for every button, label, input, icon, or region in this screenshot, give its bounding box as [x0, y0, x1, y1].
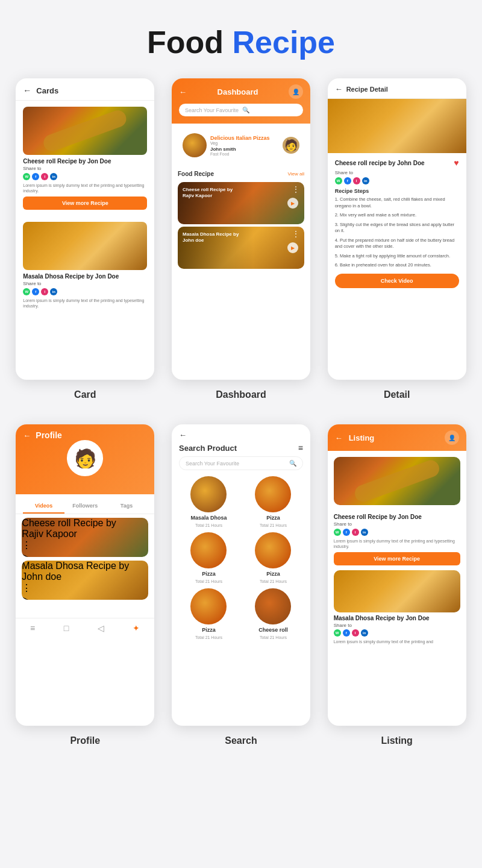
dash-search-bar[interactable]: Search Your Favourite 🔍 — [179, 104, 303, 116]
dash-search-icon: 🔍 — [242, 107, 249, 113]
screens-grid-top: ← Cards Cheese roll Recipe by Jon Doe Sh… — [0, 78, 482, 424]
search-item-cheese[interactable]: Cheese roll Total 21 Hours — [243, 588, 303, 640]
search-phone: ← Search Product ≡ Search Your Favourite… — [172, 424, 310, 726]
search-back-arrow[interactable]: ← — [179, 430, 187, 439]
search-img-cheese — [255, 588, 291, 624]
detail-step-4: 4. Put the prepared mixture on half side… — [335, 237, 459, 250]
detail-whatsapp-icon[interactable]: W — [335, 177, 342, 184]
dash-section-title: Food Recipe — [178, 171, 214, 177]
view-more-btn-1[interactable]: View more Recipe — [23, 197, 147, 210]
linkedin-icon[interactable]: in — [50, 173, 57, 180]
listing-fb-icon-2[interactable]: f — [343, 629, 350, 637]
detail-heart-icon[interactable]: ♥ — [454, 158, 459, 168]
profile-more-dots-2[interactable]: ⋮ — [22, 582, 148, 594]
social-icons-1: W f I in — [23, 173, 147, 180]
profile-more-dots-1[interactable]: ⋮ — [22, 539, 148, 551]
listing-name-2: Masala Dhosa Recipe by Jon Doe — [334, 615, 460, 621]
detail-linkedin-icon[interactable]: in — [362, 177, 369, 184]
title-recipe: Recipe — [232, 25, 335, 60]
search-item-pizza4[interactable]: Pizza Total 21 Hours — [179, 588, 239, 640]
profile-tab-videos[interactable]: Videos — [23, 499, 64, 514]
dash-header: ← Dashboard 👤 Search Your Favourite 🔍 — [172, 78, 310, 124]
listing-wa-icon[interactable]: W — [334, 529, 341, 536]
profile-tab-followers[interactable]: Followers — [64, 499, 106, 514]
instagram-icon[interactable]: I — [41, 173, 48, 180]
detail-facebook-icon[interactable]: f — [344, 177, 351, 184]
nav-menu-icon[interactable]: ≡ — [30, 623, 35, 633]
dash-banner-name: Delicious Italian Pizzas — [210, 135, 270, 141]
listing-back-arrow[interactable]: ← — [335, 433, 343, 442]
detail-recipe-name: Cheese roll recipe by John Doe — [335, 160, 425, 166]
dash-header-row: ← Dashboard 👤 — [179, 84, 303, 99]
card-img-burrito — [23, 107, 147, 155]
search-img-pizza1 — [255, 476, 291, 512]
whatsapp-icon[interactable]: W — [23, 173, 30, 180]
dash-avatar: 👤 — [289, 84, 303, 99]
profile-label: Profile — [70, 735, 100, 746]
facebook-icon-2[interactable]: f — [32, 288, 39, 295]
listing-hero-img-1 — [334, 457, 460, 505]
search-item-pizza1[interactable]: Pizza Total 21 Hours — [243, 476, 303, 527]
listing-phone: ← Listing 👤 Cheese roll Recipe by Jon Do… — [328, 424, 466, 726]
listing-ig-icon[interactable]: I — [352, 529, 359, 536]
dash-back-arrow[interactable]: ← — [179, 87, 187, 96]
detail-screen-wrap: ← Recipe Detail Cheese roll recipe by Jo… — [326, 78, 468, 400]
nav-back-icon[interactable]: ◁ — [98, 623, 104, 633]
dashboard-label: Dashboard — [216, 389, 266, 400]
profile-video-label-1: Cheese roll Recipe byRajiv Kapoor — [22, 518, 148, 539]
search-item-pizza2[interactable]: Pizza Total 21 Hours — [179, 532, 239, 583]
detail-body: Cheese roll recipe by John Doe ♥ Share t… — [328, 153, 466, 293]
listing-social-2: W f I in — [328, 629, 466, 637]
listing-desc-1: Lorem ipsum is simply dummy text of the … — [334, 538, 460, 549]
listing-li-icon-2[interactable]: in — [361, 629, 368, 637]
search-input-wrap[interactable]: Search Your Favourite 🔍 — [179, 456, 303, 470]
instagram-icon-2[interactable]: I — [41, 288, 48, 295]
dash-view-all[interactable]: View all — [288, 171, 304, 177]
dash-play-btn-1[interactable]: ▶ — [287, 198, 298, 209]
search-img-pizza2 — [190, 532, 227, 568]
detail-food-img — [328, 99, 466, 153]
search-magnify-icon: 🔍 — [289, 460, 296, 467]
search-sub-pizza1: Total 21 Hours — [260, 523, 287, 527]
search-title: Search Product — [179, 444, 237, 453]
search-item-masala[interactable]: Masala Dhosa Total 21 Hours — [179, 476, 239, 527]
profile-play-btn-2[interactable]: ▶ — [22, 594, 148, 600]
detail-instagram-icon[interactable]: I — [353, 177, 360, 184]
search-sub-pizza2: Total 21 Hours — [195, 579, 222, 583]
dash-more-dots-2[interactable]: ⋮ — [292, 230, 299, 237]
nav-user-icon[interactable]: ✦ — [133, 623, 140, 633]
dash-recipe-card-2: Masala Dhosa Recipe byJohn doe ⋮ ▶ — [178, 227, 304, 269]
dash-more-dots-1[interactable]: ⋮ — [292, 186, 299, 193]
dashboard-phone: ← Dashboard 👤 Search Your Favourite 🔍 De… — [172, 78, 310, 380]
listing-view-more-btn[interactable]: View more Recipe — [334, 552, 460, 565]
profile-video-card-1: Cheese roll Recipe byRajiv Kapoor ⋮ ▶ — [22, 518, 148, 557]
card-back-arrow[interactable]: ← — [23, 86, 31, 95]
detail-back-arrow[interactable]: ← — [335, 84, 343, 93]
listing-li-icon[interactable]: in — [361, 529, 368, 536]
linkedin-icon-2[interactable]: in — [50, 288, 57, 295]
dashboard-screen-wrap: ← Dashboard 👤 Search Your Favourite 🔍 De… — [171, 78, 312, 400]
search-sub-pizza4: Total 21 Hours — [195, 635, 222, 640]
listing-share-1: Share to — [334, 521, 460, 527]
whatsapp-icon-2[interactable]: W — [23, 288, 30, 295]
dash-banner-pizza-img — [183, 133, 207, 157]
profile-play-btn-1[interactable]: ▶ — [22, 551, 148, 557]
listing-fb-icon[interactable]: f — [343, 529, 350, 536]
check-video-btn[interactable]: Check Video — [335, 274, 459, 288]
search-hamburger-icon[interactable]: ≡ — [298, 443, 303, 453]
search-placeholder-text: Search Your Favourite — [186, 461, 239, 467]
search-name-pizza2: Pizza — [202, 571, 216, 577]
nav-home-icon[interactable]: □ — [64, 623, 69, 633]
search-sub-cheese: Total 21 Hours — [260, 635, 287, 640]
card-phone: ← Cards Cheese roll Recipe by Jon Doe Sh… — [16, 78, 154, 380]
profile-avatar: 🧑 — [67, 440, 103, 476]
facebook-icon[interactable]: f — [32, 173, 39, 180]
profile-back-arrow[interactable]: ← — [23, 431, 31, 440]
card-item-2: Masala Dhosa Recipe by Jon Doe Share to … — [16, 216, 154, 318]
profile-title: Profile — [36, 430, 62, 440]
listing-ig-icon-2[interactable]: I — [352, 629, 359, 637]
profile-tab-tags[interactable]: Tags — [106, 499, 148, 514]
listing-wa-icon-2[interactable]: W — [334, 629, 341, 637]
search-item-pizza3[interactable]: Pizza Total 21 Hours — [243, 532, 303, 583]
dash-play-btn-2[interactable]: ▶ — [287, 242, 298, 253]
